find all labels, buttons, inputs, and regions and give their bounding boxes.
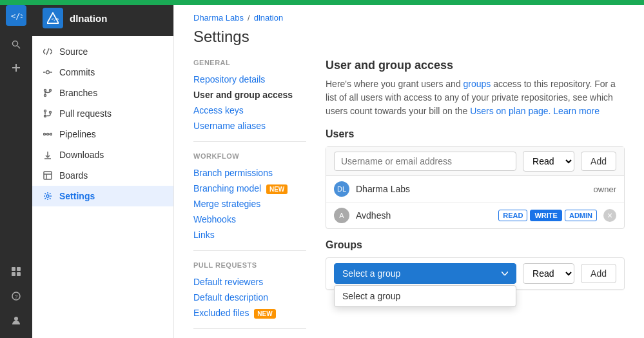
sidebar-item-boards-label: Boards <box>59 170 88 181</box>
sidebar: </> dlnation Source Commits Branches <box>32 0 174 338</box>
sidebar-item-downloads-label: Downloads <box>59 150 104 160</box>
groups-heading: Groups <box>326 239 625 251</box>
svg-point-19 <box>50 90 52 92</box>
sidebar-item-pipelines-label: Pipelines <box>59 129 96 139</box>
group-select-label: Select a group <box>342 268 400 279</box>
svg-rect-6 <box>17 267 21 271</box>
users-on-plan-link[interactable]: Users on plan page. <box>470 106 551 116</box>
settings-nav-divider-1 <box>193 141 306 142</box>
add-group-button[interactable]: Add <box>581 264 616 283</box>
search-icon[interactable] <box>5 34 27 55</box>
help-icon[interactable]: ? <box>5 285 27 307</box>
permission-select-users[interactable]: Read <box>523 151 574 172</box>
svg-line-2 <box>17 46 20 48</box>
group-dropdown-wrapper: Select a group Select a group <box>334 263 516 284</box>
breadcrumb-sep: / <box>248 13 250 23</box>
groups-table-header: Select a group Select a group Read Add <box>326 258 624 290</box>
content-description: Here's where you grant users and groups … <box>326 77 625 118</box>
breadcrumb: Dharma Labs / dlnation <box>193 13 625 23</box>
svg-rect-8 <box>17 272 21 276</box>
users-table-header: Read Add <box>326 147 624 176</box>
settings-nav-divider-3 <box>193 328 306 329</box>
commit-icon <box>43 67 53 77</box>
settings-sidebar-nav: GENERAL Repository details User and grou… <box>193 59 306 338</box>
svg-text:</>: </> <box>11 12 23 21</box>
settings-nav-username-aliases[interactable]: Username aliases <box>193 118 306 134</box>
remove-avdhesh-button[interactable]: × <box>603 209 616 222</box>
sidebar-item-commits-label: Commits <box>59 67 95 77</box>
sidebar-item-branches-label: Branches <box>59 88 97 98</box>
svg-point-24 <box>47 134 49 135</box>
sidebar-item-boards[interactable]: Boards <box>32 165 173 186</box>
settings-nav-branch-permissions[interactable]: Branch permissions <box>193 165 306 181</box>
top-bar <box>0 0 644 5</box>
icon-rail: </> ? <box>0 0 32 338</box>
group-select-button[interactable]: Select a group <box>334 263 516 284</box>
gear-icon <box>43 191 53 201</box>
users-heading: Users <box>326 128 625 140</box>
groups-link[interactable]: groups <box>463 79 491 89</box>
settings-nav-links[interactable]: Links <box>193 227 306 243</box>
branch-icon <box>43 88 53 98</box>
svg-point-32 <box>46 195 49 197</box>
avdhesh-permissions: READ WRITE ADMIN <box>498 210 597 221</box>
sidebar-item-source[interactable]: Source <box>32 41 173 62</box>
user-row-dharma-labs: DL Dharma Labs owner <box>326 176 624 203</box>
settings-nav-user-group-access[interactable]: User and group access <box>193 87 306 103</box>
sidebar-item-commits[interactable]: Commits <box>32 62 173 83</box>
app-logo[interactable]: </> <box>6 5 26 26</box>
perm-admin-badge: ADMIN <box>565 210 597 221</box>
settings-nav-access-keys[interactable]: Access keys <box>193 103 306 118</box>
sidebar-item-source-label: Source <box>59 46 88 57</box>
code-icon <box>43 46 53 57</box>
settings-nav-divider-2 <box>193 250 306 251</box>
svg-rect-7 <box>12 272 15 276</box>
svg-point-18 <box>44 95 46 97</box>
breadcrumb-repo[interactable]: dlnation <box>254 13 284 23</box>
main-content: Dharma Labs / dlnation Settings GENERAL … <box>174 0 644 338</box>
svg-line-13 <box>46 48 49 55</box>
settings-nav-branching-model[interactable]: Branching model NEW <box>193 181 306 196</box>
group-dropdown-item-select[interactable]: Select a group <box>335 286 516 306</box>
sidebar-item-pull-requests[interactable]: Pull requests <box>32 103 173 124</box>
settings-layout: GENERAL Repository details User and grou… <box>193 59 625 338</box>
svg-rect-5 <box>12 267 15 271</box>
svg-point-23 <box>44 134 46 135</box>
username-input[interactable] <box>334 152 516 171</box>
pr-icon <box>43 108 53 119</box>
add-user-button[interactable]: Add <box>581 152 616 171</box>
svg-point-22 <box>50 112 52 114</box>
user-icon[interactable] <box>5 310 27 332</box>
svg-rect-29 <box>44 172 52 179</box>
groups-table: Select a group Select a group Read Add <box>326 257 625 290</box>
settings-section-general: GENERAL <box>193 59 306 66</box>
sidebar-nav: Source Commits Branches Pull requests Pi… <box>32 36 173 212</box>
permission-select-groups[interactable]: Read <box>523 263 574 284</box>
settings-nav-default-description[interactable]: Default description <box>193 290 306 305</box>
settings-nav-merge-strategies[interactable]: Merge strategies <box>193 196 306 212</box>
sidebar-repo-title: dlnation <box>70 13 107 24</box>
learn-more-link[interactable]: Learn more <box>551 106 599 116</box>
svg-point-17 <box>44 90 46 92</box>
content-section-title: User and group access <box>326 59 625 72</box>
sidebar-item-settings[interactable]: Settings <box>32 186 173 206</box>
avdhesh-avatar: A <box>334 208 349 223</box>
svg-point-14 <box>46 71 50 74</box>
excluded-files-badge: NEW <box>254 309 275 319</box>
settings-nav-webhooks[interactable]: Webhooks <box>193 212 306 227</box>
settings-nav-default-reviewers[interactable]: Default reviewers <box>193 274 306 290</box>
plus-icon[interactable] <box>5 57 27 79</box>
sidebar-item-pipelines[interactable]: Pipelines <box>32 124 173 144</box>
svg-point-20 <box>44 110 46 112</box>
settings-nav-repo-details[interactable]: Repository details <box>193 72 306 87</box>
svg-text:?: ? <box>15 293 18 300</box>
sidebar-item-branches[interactable]: Branches <box>32 83 173 103</box>
sidebar-item-settings-label: Settings <box>59 191 95 201</box>
sidebar-item-downloads[interactable]: Downloads <box>32 144 173 165</box>
settings-nav-excluded-files[interactable]: Excluded files NEW <box>193 305 306 321</box>
breadcrumb-workspace[interactable]: Dharma Labs <box>193 13 244 23</box>
grid-icon[interactable] <box>5 261 27 283</box>
sidebar-header: </> dlnation <box>32 0 173 36</box>
svg-point-11 <box>14 317 18 321</box>
sidebar-logo: </> <box>43 8 63 28</box>
